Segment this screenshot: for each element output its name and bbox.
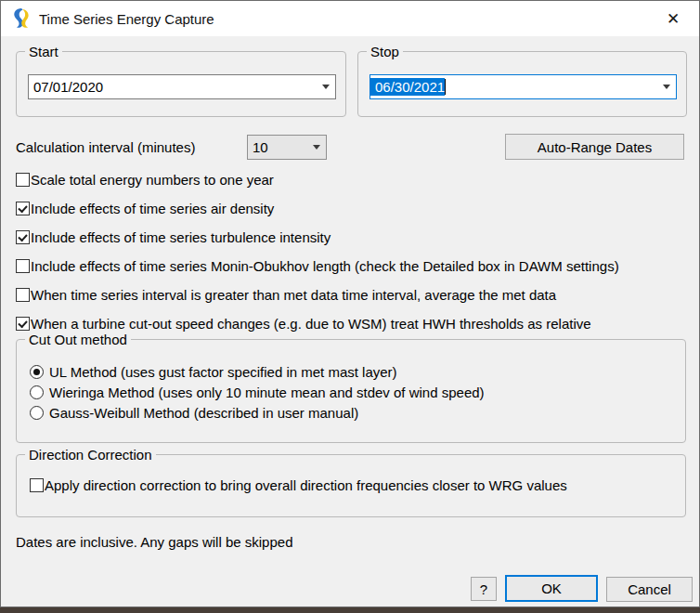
checkbox-box[interactable] [16, 259, 30, 273]
stop-date-combobox[interactable]: 06/30/2021 [369, 74, 677, 99]
checkbox-row-turbulence-intensity[interactable]: Include effects of time series turbulenc… [16, 229, 331, 245]
direction-correction-groupbox: Direction Correction Apply direction cor… [16, 454, 686, 517]
cancel-button[interactable]: Cancel [606, 577, 693, 602]
checkbox-label: When time series interval is greater tha… [31, 287, 556, 303]
stop-groupbox: Stop 06/30/2021 [357, 51, 687, 117]
radio-label: Gauss-Weibull Method (described in user … [49, 405, 358, 421]
interval-combobox[interactable]: 10 [247, 135, 327, 160]
cut-out-method-groupbox: Cut Out method UL Method (uses gust fact… [16, 339, 686, 443]
checkbox-label: Apply direction correction to bring over… [45, 477, 567, 493]
start-groupbox: Start 07/01/2020 [16, 51, 346, 117]
radio-label: UL Method (uses gust factor specified in… [49, 364, 397, 380]
help-button[interactable]: ? [471, 577, 497, 601]
calculation-interval-label: Calculation interval (minutes) [16, 135, 195, 160]
start-date-value: 07/01/2020 [29, 79, 103, 95]
chevron-down-icon[interactable] [317, 85, 335, 89]
app-logo-icon [10, 7, 32, 31]
radio-label: Wieringa Method (uses only 10 minute mea… [49, 385, 485, 400]
checkbox-box[interactable] [16, 317, 30, 331]
checkbox-row-average-met-data[interactable]: When time series interval is greater tha… [16, 287, 556, 303]
interval-value: 10 [248, 139, 268, 155]
checkbox-box[interactable] [16, 173, 30, 187]
checkbox-row-direction-correction[interactable]: Apply direction correction to bring over… [30, 477, 567, 493]
checkbox-row-hwh-relative[interactable]: When a turbine cut-out speed changes (e.… [16, 316, 591, 332]
titlebar: Time Series Energy Capture ✕ [1, 1, 699, 36]
chevron-down-icon[interactable] [657, 85, 676, 89]
ok-button[interactable]: OK [505, 575, 598, 602]
radio-row-wieringa-method[interactable]: Wieringa Method (uses only 10 minute mea… [30, 385, 485, 400]
window-title: Time Series Energy Capture [39, 11, 214, 27]
stop-date-value: 06/30/2021 [370, 78, 445, 96]
close-icon[interactable]: ✕ [655, 1, 692, 36]
checkbox-row-air-density[interactable]: Include effects of time series air densi… [16, 201, 274, 216]
radio-row-gauss-weibull-method[interactable]: Gauss-Weibull Method (described in user … [30, 405, 358, 421]
text-cursor [445, 79, 446, 95]
checkbox-label: Scale total energy numbers to one year [31, 172, 274, 188]
direction-correction-label: Direction Correction [25, 447, 156, 463]
checkbox-label: Include effects of time series air densi… [31, 201, 274, 216]
radio-button[interactable] [30, 406, 44, 420]
dialog-time-series-energy-capture: Time Series Energy Capture ✕ Start 07/01… [0, 0, 700, 607]
stop-group-label: Stop [367, 44, 403, 59]
start-date-combobox[interactable]: 07/01/2020 [28, 74, 336, 99]
checkbox-row-scale-energy[interactable]: Scale total energy numbers to one year [16, 172, 274, 188]
checkbox-row-monin-obukhov[interactable]: Include effects of time series Monin-Obu… [16, 258, 619, 274]
checkbox-label: Include effects of time series turbulenc… [31, 229, 331, 245]
checkbox-box[interactable] [16, 230, 30, 244]
radio-button[interactable] [30, 385, 44, 399]
radio-button[interactable] [30, 365, 44, 379]
auto-range-dates-button[interactable]: Auto-Range Dates [505, 134, 684, 160]
background-window-edge [0, 607, 700, 613]
chevron-down-icon[interactable] [307, 145, 326, 150]
checkbox-box[interactable] [16, 202, 30, 215]
checkbox-box[interactable] [30, 478, 44, 492]
start-group-label: Start [25, 44, 62, 59]
cut-out-method-label: Cut Out method [25, 332, 131, 347]
checkbox-box[interactable] [16, 288, 30, 302]
radio-row-ul-method[interactable]: UL Method (uses gust factor specified in… [30, 364, 397, 380]
footer-note: Dates are inclusive. Any gaps will be sk… [16, 534, 293, 550]
checkbox-label: Include effects of time series Monin-Obu… [31, 258, 619, 274]
checkbox-label: When a turbine cut-out speed changes (e.… [31, 316, 591, 332]
